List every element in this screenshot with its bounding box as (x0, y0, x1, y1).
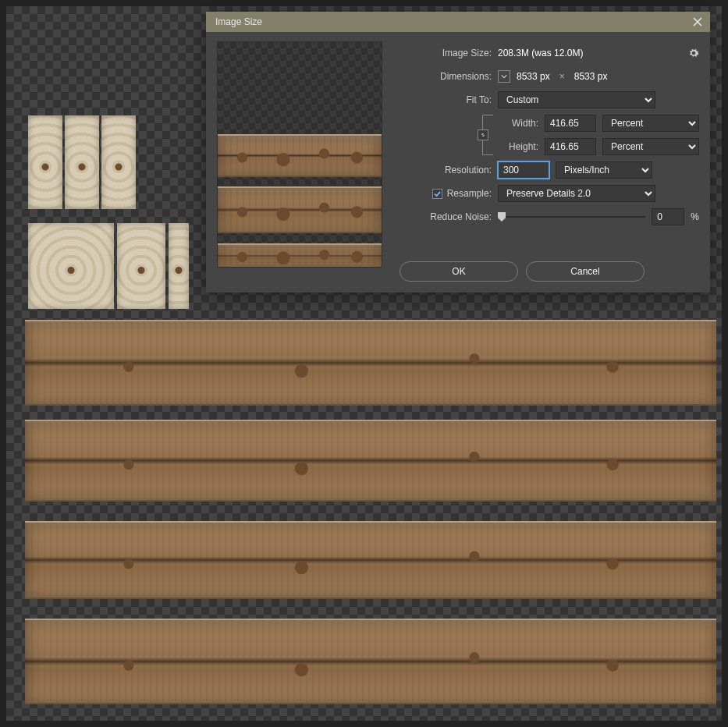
texture-plank (25, 320, 716, 406)
width-label: Width: (501, 118, 538, 129)
close-button[interactable] (691, 16, 704, 28)
percent-sign: % (691, 211, 699, 222)
dimensions-height: 8533 px (574, 71, 608, 82)
resolution-unit-select[interactable]: Pixels/Inch (556, 161, 652, 179)
height-label: Height: (501, 141, 538, 152)
form-panel: Image Size: 208.3M (was 12.0M) Dimension… (393, 41, 699, 282)
height-input[interactable] (545, 138, 596, 155)
fit-to-label: Fit To: (393, 94, 492, 105)
dimensions-unit-toggle[interactable] (498, 70, 510, 83)
reduce-noise-slider[interactable] (498, 216, 645, 218)
texture-thumb (28, 223, 114, 309)
texture-thumb (117, 223, 165, 309)
texture-thumb (101, 115, 136, 209)
resolution-label: Resolution: (393, 165, 492, 176)
reduce-noise-label: Reduce Noise: (393, 211, 492, 222)
width-unit-select[interactable]: Percent (602, 115, 699, 132)
ok-button[interactable]: OK (400, 261, 518, 282)
dialog-title: Image Size (215, 16, 262, 27)
height-unit-select[interactable]: Percent (602, 138, 699, 155)
dimensions-width: 8533 px (517, 71, 550, 82)
texture-thumb (169, 223, 189, 309)
reduce-noise-input[interactable] (652, 208, 684, 225)
resolution-input[interactable] (498, 161, 549, 179)
texture-plank (25, 420, 716, 502)
resample-label: Resample: (447, 188, 492, 199)
resample-checkbox[interactable] (432, 189, 442, 199)
slider-thumb[interactable] (498, 212, 506, 222)
texture-thumb (65, 115, 99, 209)
texture-plank (25, 619, 716, 704)
texture-thumb (28, 115, 62, 209)
width-input[interactable] (545, 115, 596, 132)
preview-pane[interactable] (217, 41, 382, 268)
dimensions-label: Dimensions: (393, 71, 492, 82)
resample-select[interactable]: Preserve Details 2.0 (498, 185, 655, 202)
dialog-titlebar[interactable]: Image Size (206, 12, 710, 32)
cancel-button[interactable]: Cancel (526, 261, 645, 282)
link-icon[interactable] (478, 129, 488, 140)
image-size-dialog: Image Size Image Size: 208.3M (was 12.0M… (206, 12, 710, 293)
dimensions-sep: × (559, 71, 565, 82)
texture-plank (25, 521, 716, 599)
gear-icon[interactable] (688, 48, 699, 59)
image-size-value: 208.3M (was 12.0M) (498, 48, 583, 59)
image-size-label: Image Size: (393, 48, 492, 59)
fit-to-select[interactable]: Custom (498, 91, 655, 108)
